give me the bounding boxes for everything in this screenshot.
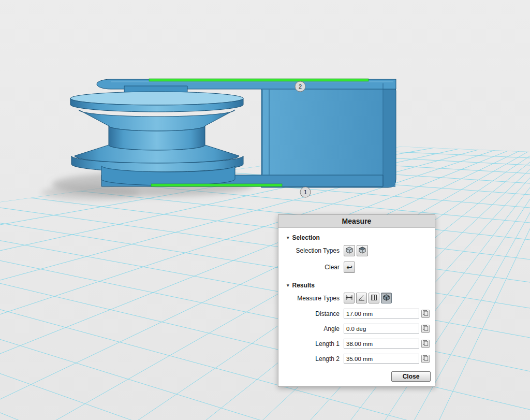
selection-marker-1: 1 <box>300 187 311 197</box>
length1-input[interactable] <box>344 339 419 349</box>
angle-copy-button[interactable] <box>421 325 430 333</box>
selection-marker-2: 2 <box>295 81 305 92</box>
length1-label: Length 1 <box>278 340 344 347</box>
measure-volume-button[interactable] <box>381 293 392 303</box>
bracket-body[interactable] <box>261 83 396 187</box>
close-button[interactable]: Close <box>391 371 431 382</box>
svg-text:2: 2 <box>299 83 302 90</box>
ruler-icon <box>345 294 353 303</box>
undo-arrow-icon: ↩ <box>346 264 352 271</box>
length1-copy-button[interactable] <box>421 340 430 348</box>
highlighted-edge-top[interactable] <box>149 79 369 81</box>
clipboard-icon <box>422 355 429 363</box>
cad-viewport[interactable]: 2 1 Measure ▾ Selection Selection Types <box>0 0 530 420</box>
measure-panel-title: Measure <box>278 215 435 228</box>
measure-types-label: Measure Types <box>278 295 344 302</box>
select-face-button[interactable] <box>357 245 368 256</box>
section-results-label: Results <box>292 282 315 289</box>
measure-length-button[interactable] <box>369 293 379 303</box>
cube-volume-icon <box>382 294 390 303</box>
length2-copy-button[interactable] <box>421 355 430 363</box>
chevron-down-icon: ▾ <box>287 283 289 288</box>
model-layer: 2 1 <box>0 0 530 420</box>
distance-row: Distance <box>278 309 431 318</box>
highlighted-edge-bottom[interactable] <box>151 184 282 186</box>
length2-label: Length 2 <box>278 355 344 363</box>
length2-row: Length 2 <box>278 354 431 364</box>
section-selection-label: Selection <box>292 234 320 241</box>
selection-types-label: Selection Types <box>278 247 344 254</box>
cube-solid-icon <box>345 246 354 256</box>
angle-input[interactable] <box>344 324 419 334</box>
distance-copy-button[interactable] <box>421 310 430 318</box>
section-selection[interactable]: ▾ Selection <box>287 234 431 241</box>
clipboard-icon <box>422 310 429 317</box>
distance-input[interactable] <box>344 309 419 318</box>
clear-selection-button[interactable]: ↩ <box>344 262 355 273</box>
pulley-body[interactable] <box>70 86 243 185</box>
distance-label: Distance <box>278 310 344 317</box>
model-shadow-far <box>41 185 140 200</box>
measure-panel: Measure ▾ Selection Selection Types Clea… <box>278 214 435 387</box>
edge-length-icon <box>370 294 378 303</box>
section-results[interactable]: ▾ Results <box>287 282 431 289</box>
length2-input[interactable] <box>344 354 419 364</box>
clipboard-icon <box>422 325 429 332</box>
cube-face-icon <box>358 246 366 256</box>
clipboard-icon <box>422 340 429 347</box>
clear-label: Clear <box>278 264 344 271</box>
svg-text:1: 1 <box>304 189 307 195</box>
chevron-down-icon: ▾ <box>287 236 289 240</box>
clear-row: Clear ↩ <box>278 262 431 273</box>
measure-types-row: Measure Types <box>278 293 431 303</box>
close-row: Close <box>278 371 435 386</box>
measure-distance-button[interactable] <box>344 293 355 303</box>
angle-icon <box>358 294 365 303</box>
selection-types-row: Selection Types <box>278 245 431 256</box>
select-solid-button[interactable] <box>344 245 355 256</box>
angle-label: Angle <box>278 325 344 332</box>
angle-row: Angle <box>278 324 431 334</box>
pulley-cone-upper <box>79 110 235 131</box>
measure-angle-button[interactable] <box>356 293 367 303</box>
length1-row: Length 1 <box>278 339 431 349</box>
